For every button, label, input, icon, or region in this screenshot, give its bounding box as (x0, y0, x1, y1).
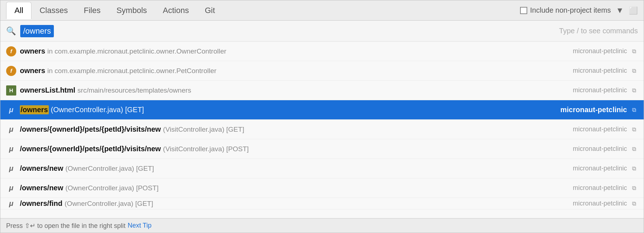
result-main: owners in com.example.micronaut.petclini… (20, 47, 569, 55)
result-detail: in com.example.micronaut.petclinic.owner… (47, 67, 216, 75)
result-main: /owners/new (OwnerController.java) [POST… (20, 184, 569, 192)
result-row[interactable]: f owners in com.example.micronaut.petcli… (0, 61, 644, 81)
search-bar: 🔍 /owners Type / to see commands (0, 21, 644, 42)
result-name: /owners/find (20, 199, 63, 208)
result-main: ownersList.html src/main/resources/templ… (20, 86, 569, 94)
result-tail: micronaut-petclinic ⧉ (573, 86, 638, 94)
result-detail: (OwnerController.java) [GET] (51, 106, 144, 114)
result-name: owners (20, 67, 45, 75)
result-name: /owners/new (20, 164, 63, 173)
result-row[interactable]: H ownersList.html src/main/resources/tem… (0, 81, 644, 100)
copy-path-icon[interactable]: ⧉ (630, 126, 638, 134)
result-main: /owners/{ownerId}/pets/{petId}/visits/ne… (20, 125, 569, 134)
tab-bar: All Classes Files Symbols Actions Git In… (0, 0, 644, 21)
result-detail: in com.example.micronaut.petclinic.owner… (47, 47, 226, 55)
window-split-icon[interactable]: ⬜ (629, 6, 638, 15)
result-row[interactable]: μ /owners/{ownerId}/pets/{petId}/visits/… (0, 120, 644, 139)
search-everywhere-dialog: All Classes Files Symbols Actions Git In… (0, 0, 644, 233)
result-module: micronaut-petclinic (573, 200, 627, 207)
result-name: /owners/new (20, 184, 63, 192)
search-input[interactable]: /owners (20, 25, 54, 37)
status-bar: Press ⇧↵ to open the file in the right s… (0, 218, 644, 233)
result-type-icon: μ (6, 164, 16, 174)
result-main: /owners (OwnerController.java) [GET] (20, 105, 557, 114)
copy-path-icon[interactable]: ⧉ (630, 200, 638, 208)
result-row-selected[interactable]: μ /owners (OwnerController.java) [GET] m… (0, 100, 644, 120)
copy-path-icon[interactable]: ⧉ (630, 86, 638, 94)
result-main: owners in com.example.micronaut.petclini… (20, 67, 569, 75)
result-tail: micronaut-petclinic ⧉ (573, 165, 638, 173)
copy-path-icon[interactable]: ⧉ (630, 47, 638, 55)
result-module: micronaut-petclinic (573, 126, 627, 133)
result-tail: micronaut-petclinic ⧉ (573, 67, 638, 75)
include-non-project-checkbox[interactable] (520, 7, 527, 14)
result-type-icon: μ (6, 183, 16, 193)
result-name: ownersList.html (20, 86, 75, 94)
search-icon: 🔍 (6, 26, 16, 36)
result-row[interactable]: μ /owners/{ownerId}/pets/{petId}/visits/… (0, 139, 644, 159)
search-hint: Type / to see commands (559, 27, 638, 35)
result-detail: src/main/resources/templates/owners (77, 86, 191, 94)
result-name: /owners/{ownerId}/pets/{petId}/visits/ne… (20, 125, 161, 134)
result-row[interactable]: f owners in com.example.micronaut.petcli… (0, 42, 644, 61)
result-name-highlight: /owners (20, 105, 49, 114)
tab-bar-right: Include non-project items ▼ ⬜ (520, 6, 638, 15)
result-type-icon: μ (6, 105, 16, 115)
result-main: /owners/find (OwnerController.java) [GET… (20, 199, 569, 208)
filter-icon[interactable]: ▼ (616, 6, 624, 15)
results-list: f owners in com.example.micronaut.petcli… (0, 42, 644, 218)
result-detail: (OwnerController.java) [GET] (65, 165, 154, 173)
result-main: /owners/new (OwnerController.java) [GET] (20, 164, 569, 173)
result-tail: micronaut-petclinic ⧉ (573, 126, 638, 134)
result-module: micronaut-petclinic (573, 67, 627, 75)
copy-path-icon[interactable]: ⧉ (630, 184, 638, 192)
tab-classes[interactable]: Classes (31, 2, 76, 19)
result-main: /owners/{ownerId}/pets/{petId}/visits/ne… (20, 145, 569, 153)
tab-files[interactable]: Files (76, 2, 108, 19)
result-tail: micronaut-petclinic ⧉ (573, 184, 638, 192)
result-name: owners (20, 47, 45, 55)
result-module: micronaut-petclinic (573, 145, 627, 153)
result-type-icon: μ (6, 199, 16, 209)
copy-path-icon[interactable]: ⧉ (630, 145, 638, 153)
include-non-project-text: Include non-project items (530, 6, 611, 14)
result-detail: (OwnerController.java) [POST] (65, 184, 159, 192)
tab-actions[interactable]: Actions (155, 2, 197, 19)
include-non-project-label[interactable]: Include non-project items (520, 6, 611, 14)
result-type-icon: μ (6, 144, 16, 154)
result-type-icon: μ (6, 124, 16, 135)
result-type-icon: f (6, 46, 16, 56)
result-detail: (VisitController.java) [POST] (163, 145, 249, 153)
result-row[interactable]: μ /owners/new (OwnerController.java) [GE… (0, 159, 644, 178)
result-tail: micronaut-petclinic ⧉ (573, 145, 638, 153)
result-module: micronaut-petclinic (573, 47, 627, 55)
status-text: Press ⇧↵ to open the file in the right s… (6, 222, 125, 230)
result-type-icon: H (6, 85, 16, 96)
result-tail: micronaut-petclinic ⧉ (573, 200, 638, 208)
result-module: micronaut-petclinic (573, 184, 627, 192)
result-type-icon: f (6, 66, 16, 76)
tab-symbols[interactable]: Symbols (108, 2, 155, 19)
result-row[interactable]: μ /owners/find (OwnerController.java) [G… (0, 198, 644, 209)
copy-path-icon[interactable]: ⧉ (630, 67, 638, 75)
result-module: micronaut-petclinic (573, 165, 627, 172)
result-tail: micronaut-petclinic ⧉ (561, 106, 638, 114)
result-tail: micronaut-petclinic ⧉ (573, 47, 638, 55)
result-module: micronaut-petclinic (561, 106, 627, 114)
next-tip-link[interactable]: Next Tip (128, 222, 151, 229)
tab-all[interactable]: All (6, 2, 31, 19)
tab-git[interactable]: Git (197, 2, 223, 19)
result-name: /owners/{ownerId}/pets/{petId}/visits/ne… (20, 145, 161, 153)
result-module: micronaut-petclinic (573, 86, 627, 94)
copy-path-icon[interactable]: ⧉ (630, 106, 638, 114)
result-detail: (VisitController.java) [GET] (163, 126, 244, 134)
result-row[interactable]: μ /owners/new (OwnerController.java) [PO… (0, 178, 644, 198)
copy-path-icon[interactable]: ⧉ (630, 165, 638, 173)
result-detail: (OwnerController.java) [GET] (65, 200, 153, 208)
